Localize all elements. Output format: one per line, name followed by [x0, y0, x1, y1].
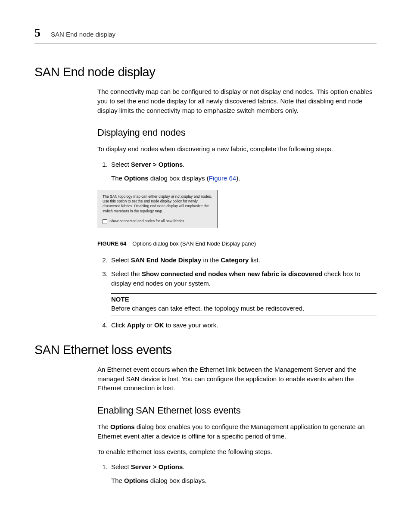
step1-sub-bold: Options — [124, 174, 149, 182]
figure-caption-text: Options dialog box (SAN End Node Display… — [132, 240, 256, 247]
step4-b1: Apply — [127, 321, 145, 329]
step1-text-post: . — [183, 161, 184, 168]
sub2-intro-pre: The — [97, 423, 110, 430]
figure-panel-desc: The SAN topology map can either display … — [103, 194, 212, 214]
step4-mid: or — [145, 321, 154, 329]
s2-step1-sub-bold: Options — [124, 477, 149, 484]
step1-substep: The Options dialog box displays (Figure … — [111, 174, 377, 183]
checkbox-icon[interactable] — [103, 219, 107, 224]
section1-intro: The connectivity map can be configured t… — [97, 87, 377, 115]
step2-b1: SAN End Node Display — [131, 256, 201, 264]
figure-caption-label: FIGURE 64 — [97, 240, 126, 247]
s2-step1-pre: Select — [111, 463, 131, 470]
running-head-text: SAN End node display — [51, 31, 115, 38]
step2-mid: in the — [201, 256, 221, 264]
s2-step1-bold: Server > Options — [131, 463, 183, 470]
subsection-title-enabling-san-ethernet-loss-events: Enabling SAN Ethernet loss events — [97, 405, 377, 416]
step-3: Select the Show connected end nodes when… — [109, 269, 377, 315]
figure-checkbox-row: Show connected end nodes for all new fab… — [103, 219, 212, 224]
step3-b1: Show connected end nodes when new fabric… — [142, 270, 322, 277]
figure-checkbox-label: Show connected end nodes for all new fab… — [109, 219, 184, 224]
steps-list-1: Select Server > Options. The Options dia… — [97, 160, 377, 183]
steps-list-1-cont: Select SAN End Node Display in the Categ… — [97, 255, 377, 330]
step2-pre: Select — [111, 256, 131, 264]
chapter-number: 5 — [34, 26, 40, 40]
step4-pre: Click — [111, 321, 127, 329]
figure-64-image: The SAN topology map can either display … — [97, 190, 218, 229]
figure-64-link[interactable]: Figure 64 — [209, 174, 236, 182]
step-1: Select Server > Options. The Options dia… — [109, 160, 377, 183]
step1-sub-pre: The — [111, 174, 124, 182]
step4-post: to save your work. — [164, 321, 218, 329]
section-title-san-ethernet-loss-events: SAN Ethernet loss events — [34, 343, 377, 357]
step-4: Click Apply or OK to save your work. — [109, 320, 377, 330]
figure-64-caption: FIGURE 64Options dialog box (SAN End Nod… — [97, 240, 377, 247]
s2-step1-post: . — [183, 463, 184, 470]
step1-bold: Server > Options — [131, 161, 183, 168]
sub2-intro-post: dialog box enables you to configure the … — [97, 423, 364, 440]
step1-sub-end: ). — [236, 174, 240, 182]
subsection1-intro: To display end nodes when discovering a … — [97, 144, 377, 154]
note-block: NOTE Before changes can take effect, the… — [111, 293, 377, 316]
step-2: Select SAN End Node Display in the Categ… — [109, 255, 377, 265]
step4-b2: OK — [154, 321, 164, 329]
s2-step1-sub-post: dialog box displays. — [149, 477, 207, 484]
step3-pre: Select the — [111, 270, 142, 277]
figure-dialog-panel: The SAN topology map can either display … — [97, 190, 218, 229]
section2-intro: An Ethernet event occurs when the Ethern… — [97, 365, 377, 393]
step1-text-pre: Select — [111, 161, 131, 168]
page-header: 5 SAN End node display — [34, 26, 377, 44]
s2-step1-sub-pre: The — [111, 477, 124, 484]
note-body: Before changes can take effect, the topo… — [111, 304, 377, 315]
subsection2-intro: The Options dialog box enables you to co… — [97, 422, 377, 441]
subsection2-lead: To enable Ethernet loss events, complete… — [97, 447, 377, 457]
section-title-san-end-node-display: SAN End node display — [34, 65, 377, 79]
note-label: NOTE — [111, 293, 377, 304]
steps-list-2: Select Server > Options. The Options dia… — [97, 462, 377, 485]
sub2-intro-bold: Options — [110, 423, 135, 430]
s2-step-1: Select Server > Options. The Options dia… — [109, 462, 377, 485]
s2-step1-substep: The Options dialog box displays. — [111, 476, 377, 485]
step2-post: list. — [249, 256, 260, 264]
subsection-title-displaying-end-nodes: Displaying end nodes — [97, 127, 377, 138]
step1-sub-mid: dialog box displays ( — [149, 174, 209, 182]
step2-b2: Category — [221, 256, 249, 264]
